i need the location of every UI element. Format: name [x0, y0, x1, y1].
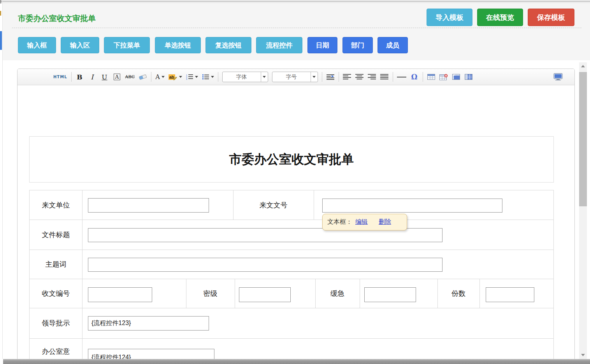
header-divider: [12, 28, 581, 28]
horizontal-rule-icon: [397, 77, 406, 77]
scrollbar-thumb[interactable]: [579, 72, 587, 206]
field-label-subject-words: 主题词: [30, 250, 82, 279]
input-copies[interactable]: [486, 287, 534, 302]
font-family-select[interactable]: 字体: [222, 72, 268, 82]
save-template-button[interactable]: 保存模板: [528, 9, 574, 26]
toolbar-separator: [339, 72, 339, 82]
input-incoming-number[interactable]: [322, 199, 502, 213]
table-border-line: [360, 279, 360, 308]
field-label-leader-comments: 领导批示: [30, 308, 82, 338]
strikethrough-button[interactable]: ABC: [125, 72, 135, 83]
arrow-down-icon: [581, 354, 585, 356]
chevron-down-icon: [195, 76, 198, 78]
table-border-line: [479, 279, 480, 308]
unordered-list-button[interactable]: [202, 72, 214, 83]
ordered-list-icon: 1 2 3: [186, 74, 193, 80]
textbox-tooltip: 文本框： 编辑 删除: [322, 214, 407, 230]
font-color-button[interactable]: A: [155, 72, 165, 83]
table-border-line: [30, 250, 553, 250]
widget-button-radio[interactable]: 单选按钮: [155, 37, 201, 53]
input-security-level[interactable]: [239, 287, 291, 302]
tooltip-edit-link[interactable]: 编辑: [355, 218, 368, 226]
document-title-box: 市委办公室收文审批单: [29, 136, 554, 183]
table-cell-properties-button[interactable]: [452, 72, 460, 83]
indent-icon: [327, 74, 334, 80]
window-bottom-edge: [3, 359, 590, 364]
edge-artifact: [0, 0, 1, 4]
widget-button-department[interactable]: 部门: [342, 37, 373, 53]
widget-button-checkbox[interactable]: 复选按钮: [205, 37, 251, 53]
toolbar-separator: [218, 72, 218, 82]
table-border-line: [30, 338, 553, 339]
import-template-button[interactable]: 导入模板: [427, 9, 472, 26]
align-left-button[interactable]: [343, 72, 351, 83]
eraser-icon: [139, 74, 147, 80]
scroll-up-button[interactable]: [579, 62, 587, 70]
widget-button-dropdown[interactable]: 下拉菜单: [104, 37, 150, 53]
align-center-button[interactable]: [355, 72, 364, 83]
chevron-down-icon: [179, 76, 182, 78]
field-label-urgency: 缓急: [315, 279, 360, 308]
chevron-down-icon: [162, 76, 165, 78]
widget-button-input-area[interactable]: 输入区: [61, 37, 99, 53]
insert-table-icon: [427, 74, 435, 80]
toolbar-separator: [322, 72, 322, 82]
table-border-line: [314, 190, 314, 220]
input-leader-comments[interactable]: [88, 316, 209, 331]
scroll-down-button[interactable]: [579, 351, 587, 359]
eraser-button[interactable]: [139, 72, 147, 83]
delete-table-button[interactable]: [439, 72, 448, 83]
input-receipt-number[interactable]: [88, 287, 152, 302]
indent-button[interactable]: [326, 72, 335, 83]
highlight-button[interactable]: ab: [169, 72, 182, 83]
bold-button[interactable]: B: [76, 72, 84, 83]
tooltip-delete-link[interactable]: 删除: [379, 218, 391, 226]
html-source-button[interactable]: HTML: [53, 72, 67, 83]
italic-button[interactable]: I: [88, 72, 97, 83]
arrow-up-icon: [581, 65, 585, 67]
align-right-button[interactable]: [368, 72, 376, 83]
horizontal-rule-button[interactable]: [397, 72, 406, 83]
tooltip-label: 文本框：: [327, 218, 352, 226]
page-title: 市委办公室收文审批单: [18, 13, 96, 24]
pencil-icon: [173, 76, 177, 81]
input-subject-words[interactable]: [88, 258, 442, 272]
table-cell-properties-icon: [452, 74, 460, 80]
svg-text:3: 3: [186, 78, 187, 80]
table-properties-button[interactable]: [464, 72, 473, 83]
styled-text-button[interactable]: A: [114, 74, 120, 80]
chevron-down-icon: [311, 72, 318, 82]
input-urgency[interactable]: [364, 287, 416, 302]
underline-button[interactable]: U: [100, 72, 109, 83]
font-size-select[interactable]: 字号: [272, 72, 318, 82]
align-right-icon: [368, 74, 376, 80]
toolbar-separator: [71, 72, 72, 82]
fullscreen-button[interactable]: [553, 72, 563, 83]
vertical-scrollbar[interactable]: [579, 62, 587, 359]
rich-text-editor: HTML B I U A ABC A ab: [17, 69, 575, 364]
widget-button-date[interactable]: 日期: [307, 37, 337, 53]
online-preview-button[interactable]: 在线预览: [477, 9, 523, 26]
insert-table-button[interactable]: [427, 72, 435, 83]
widget-button-input-box[interactable]: 输入框: [18, 37, 56, 53]
field-label-document-title: 文件标题: [30, 220, 82, 250]
widget-button-flow-control[interactable]: 流程控件: [256, 37, 302, 53]
table-border-line: [30, 220, 553, 220]
app-window: 市委办公室收文审批单 导入模板 在线预览 保存模板 输入框 输入区 下拉菜单 单…: [0, 0, 590, 364]
field-label-incoming-unit: 来文单位: [30, 190, 82, 220]
ordered-list-button[interactable]: 1 2 3: [186, 72, 198, 83]
chevron-down-icon: [261, 72, 268, 82]
toolbar-separator: [423, 72, 423, 82]
window-top-edge-line: [0, 1, 590, 2]
widget-button-member[interactable]: 成员: [378, 37, 408, 53]
unordered-list-icon: [202, 74, 209, 80]
delete-table-icon: [439, 74, 448, 80]
form-title: 市委办公室收文审批单: [229, 151, 354, 168]
align-justify-button[interactable]: [380, 72, 389, 83]
table-border-line: [30, 308, 553, 308]
table-properties-icon: [465, 74, 472, 80]
edge-artifact: [0, 31, 2, 50]
special-character-button[interactable]: Ω: [410, 72, 419, 83]
font-color-icon: A: [155, 73, 160, 81]
input-incoming-unit[interactable]: [88, 198, 209, 213]
